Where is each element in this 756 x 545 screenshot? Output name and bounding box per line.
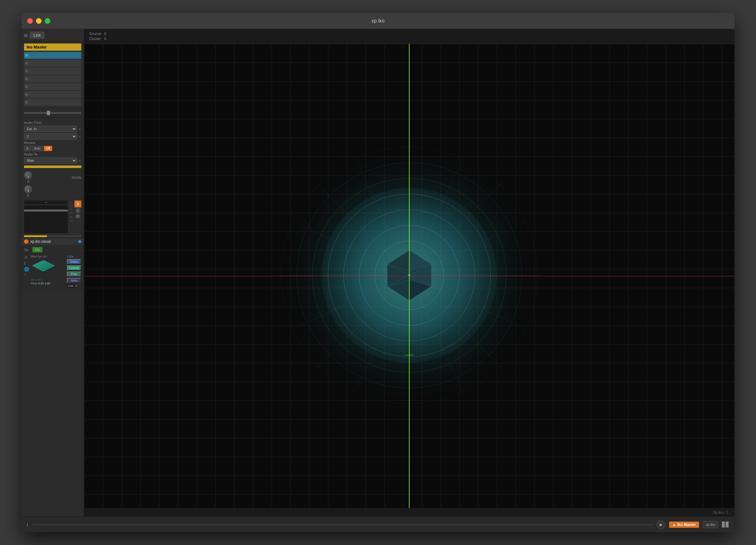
floor-label: Floor	[31, 282, 38, 285]
viz-footer-text: Xp.iko / 1.	[713, 510, 729, 515]
l-label: L	[41, 278, 43, 281]
record-button[interactable]	[76, 214, 80, 218]
floor-value2: 0.80	[45, 282, 50, 285]
sidebar: ⊞ Link Iko Master	[22, 29, 84, 517]
track-badge-name: Iko Master	[677, 522, 696, 527]
window-title: xp.iko	[371, 18, 385, 24]
track-slot[interactable]	[24, 52, 81, 59]
lookat-button[interactable]: Lookat	[67, 265, 81, 270]
play-button[interactable]: ▶	[657, 520, 665, 529]
send-a-knob-wrap: A	[24, 171, 32, 183]
plugin-content: Xp On ⚙ ℹ 🌐 ? filled	[22, 245, 84, 290]
sends-area: A Sends	[22, 169, 84, 185]
xp-row: Xp On	[24, 247, 81, 252]
audio-from-label: Audio From	[22, 120, 84, 125]
audio-to-select[interactable]: Main	[24, 157, 77, 164]
maximize-button[interactable]	[45, 18, 50, 24]
track-badge[interactable]: ▲ Iko Master	[669, 522, 699, 528]
monitor-auto-button[interactable]: Auto	[32, 146, 43, 151]
info-icon[interactable]: ℹ	[24, 261, 29, 265]
source-value: 0	[104, 32, 106, 36]
reset-icon[interactable]: ↺	[75, 285, 78, 288]
plugin-icons-col: ⚙ ℹ 🌐 ?	[24, 255, 29, 288]
audio-channel-row: 2 ▼	[22, 133, 84, 140]
free-button[interactable]: Free	[67, 271, 81, 277]
plugin-badge[interactable]: xp.iko	[703, 521, 718, 528]
info-icon[interactable]: ℹ	[27, 522, 28, 527]
track-badge-arrow: ▲	[672, 522, 676, 527]
close-button[interactable]	[27, 18, 33, 24]
plugin-buttons-col: Cube Datas Lookat Free auto 0.00 ↺	[67, 255, 81, 288]
m-label: M	[38, 278, 40, 281]
auto-button[interactable]: auto	[67, 278, 81, 283]
dropdown-arrow: ▼	[78, 127, 81, 131]
track-slot[interactable]	[24, 83, 81, 90]
send-a-knob[interactable]	[24, 171, 32, 179]
cube-label: Cube	[67, 255, 81, 258]
track-slot[interactable]	[24, 75, 81, 82]
monitor-in-button[interactable]: In	[24, 146, 31, 151]
solo-button[interactable]: S	[76, 208, 80, 213]
knob-dot	[28, 176, 29, 177]
cube-visual	[31, 259, 56, 278]
channel-strip: -∞ 0 12 24 36 48 60 1 S	[22, 199, 84, 235]
gear-icon[interactable]: ⚙	[24, 255, 29, 260]
filled-label: filled	[31, 255, 37, 258]
dropdown-arrow-3: ▼	[78, 159, 81, 162]
bottom-bar: ℹ ▶ ▲ Iko Master xp.iko ▊▊	[22, 517, 734, 532]
channel-number[interactable]: 1	[74, 200, 81, 207]
slot-dot	[25, 101, 28, 103]
main-window: xp.iko ⊞ Link Iko Master	[22, 13, 734, 532]
send-a-label: A	[27, 180, 29, 183]
viz-footer: Xp.iko / 1.	[84, 508, 734, 517]
slot-dot	[25, 70, 28, 72]
cube-svg	[31, 259, 56, 275]
datas-button[interactable]: Datas	[67, 259, 81, 264]
fader-mark-36: 36	[70, 212, 73, 214]
slot-dot	[25, 78, 28, 80]
source-info: Source: 0	[89, 32, 729, 36]
fader-mark-24: 24	[70, 208, 73, 211]
volume-slider[interactable]	[24, 112, 81, 113]
auto-value-row: 0.00 ↺	[67, 284, 81, 288]
question-icon[interactable]: ?	[24, 273, 29, 278]
send-b-knob[interactable]	[24, 185, 32, 193]
fps-label: fps: 60	[38, 255, 47, 258]
fader-mark-60: 60	[70, 219, 73, 222]
track-slot[interactable]	[24, 99, 81, 106]
globe-icon[interactable]: 🌐	[24, 267, 29, 271]
audio-channel-select[interactable]: 2	[24, 133, 77, 139]
audio-to-label: Audio To	[22, 152, 84, 157]
fader-track[interactable]	[24, 205, 68, 233]
plugin-area: xp.iko.visual Xp On ⚙ ℹ 🌐 ?	[22, 238, 84, 290]
floor-value: 0.00	[38, 282, 44, 285]
monitor-label: Monitor	[22, 140, 84, 145]
plugin-dot	[24, 239, 28, 244]
fader-handle[interactable]	[24, 209, 68, 211]
audio-to-row: Main ▼	[22, 157, 84, 164]
minimize-button[interactable]	[36, 18, 42, 24]
sidebar-top: ⊞ Link	[22, 29, 84, 42]
sml-row: 60 S M L	[31, 278, 65, 281]
s-label: S	[35, 278, 37, 281]
track-slot[interactable]	[24, 68, 81, 74]
audio-from-select[interactable]: Ext. In	[24, 126, 77, 132]
fader-column: -∞	[24, 200, 68, 233]
track-slot[interactable]	[24, 60, 81, 67]
viz-header: Source: 0 Cluster: 0	[84, 29, 734, 44]
main-content: ⊞ Link Iko Master	[22, 29, 734, 517]
link-button[interactable]: Link	[30, 32, 45, 39]
plugin-name: xp.iko.visual	[30, 239, 76, 244]
bars-icon[interactable]: ▊▊	[722, 522, 729, 527]
grid-icon: ⊞	[24, 33, 28, 38]
volume-handle[interactable]	[47, 111, 50, 115]
source-label: Source:	[89, 32, 102, 36]
floor-row: Floor 0.00 0.80	[31, 282, 65, 285]
on-button[interactable]: On	[32, 247, 43, 252]
slot-dot	[25, 85, 28, 88]
red-horizontal-line	[84, 276, 734, 276]
track-slot[interactable]	[24, 91, 81, 98]
val-60: 60	[31, 278, 34, 281]
plugin-header: xp.iko.visual	[22, 238, 84, 245]
monitor-off-button[interactable]: Off	[44, 146, 52, 151]
